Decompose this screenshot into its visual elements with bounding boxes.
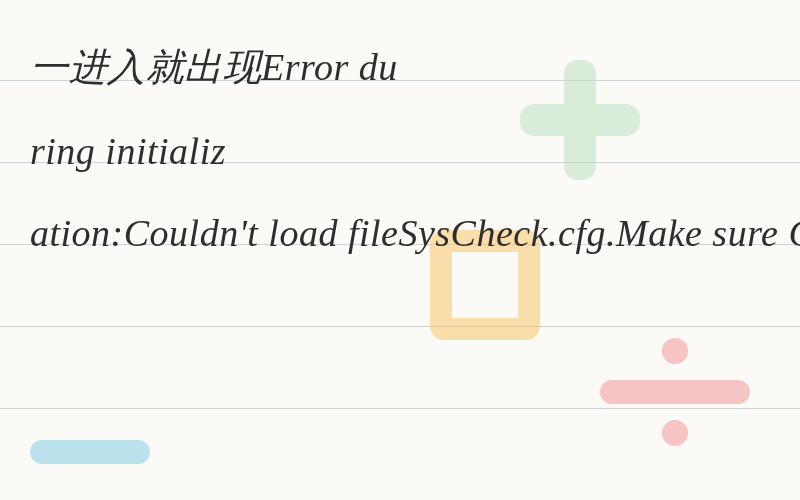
divide-icon	[600, 330, 750, 450]
text-line-3: ation:Couldn't load fileSysCheck.cfg.Mak…	[30, 214, 800, 252]
text-line-1: 一进入就出现Error du	[30, 48, 398, 86]
page-root: 一进入就出现Error du ring initializ ation:Coul…	[0, 0, 800, 500]
text-line-2: ring initializ	[30, 132, 226, 170]
minus-icon	[30, 440, 150, 464]
plus-icon	[520, 60, 640, 180]
lined-paper: 一进入就出现Error du ring initializ ation:Coul…	[0, 0, 800, 500]
rule-line	[0, 326, 800, 327]
